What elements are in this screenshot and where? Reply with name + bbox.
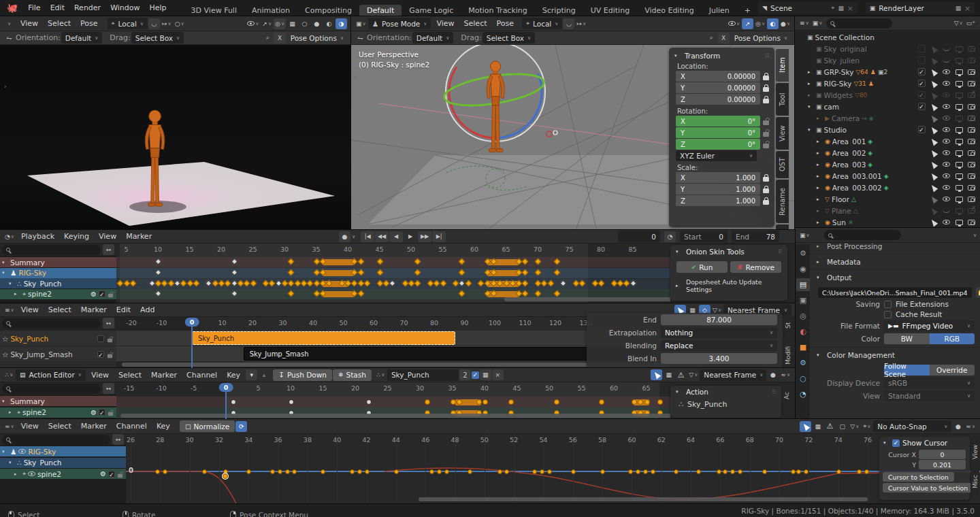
- hide-eye-icon[interactable]: [943, 162, 950, 167]
- graph-tab-misc[interactable]: Misc: [970, 468, 979, 495]
- outliner-row-area-001[interactable]: ▸◉Area_001◈: [795, 135, 980, 147]
- visibility-dropdown[interactable]: ∨: [246, 18, 260, 29]
- hide-eye-icon[interactable]: [943, 47, 950, 51]
- ruler-tick[interactable]: 45: [375, 246, 383, 253]
- ruler-tick[interactable]: 60: [610, 384, 618, 392]
- disclosure-icon[interactable]: ▸: [817, 208, 823, 214]
- shading-rendered[interactable]: ◑: [336, 18, 347, 29]
- ruler-tick[interactable]: 55: [577, 384, 585, 392]
- menu-render[interactable]: Render: [69, 3, 105, 13]
- current-frame-indicator[interactable]: 0: [185, 318, 199, 327]
- lock-icon[interactable]: [763, 76, 769, 80]
- lock-icon[interactable]: [763, 188, 769, 193]
- ruler-tick[interactable]: 100: [489, 319, 501, 327]
- keyframe[interactable]: [289, 399, 294, 405]
- tweak-mode-icon[interactable]: [800, 421, 811, 432]
- menu-view[interactable]: View: [94, 231, 121, 241]
- current-frame-indicator[interactable]: 0: [219, 383, 233, 392]
- curve-keyframe[interactable]: [571, 469, 576, 474]
- channel-lock-icon[interactable]: [108, 294, 113, 298]
- snap-dropdown[interactable]: Nearest Frame∨: [700, 369, 766, 381]
- hide-eye-icon[interactable]: [943, 220, 950, 224]
- ruler-tick[interactable]: 40: [480, 384, 489, 392]
- properties-tab-tool[interactable]: ⚙: [796, 247, 810, 260]
- outliner-row-area-003[interactable]: ▸◉Area_003◈: [795, 159, 980, 170]
- keyframe-selected[interactable]: [451, 399, 456, 405]
- channel-spine2[interactable]: ▸⌖spine2⚙✓: [0, 469, 126, 479]
- channel-search-input[interactable]: [2, 318, 101, 329]
- channel-eye-icon[interactable]: [28, 471, 35, 476]
- channel-sky-punch[interactable]: ▾∴Sky_Punch: [0, 278, 116, 288]
- transform-value-field-x[interactable]: X0.00000: [676, 71, 760, 82]
- drag-dots-icon[interactable]: ⠿: [765, 53, 769, 59]
- lock-icon[interactable]: [763, 87, 769, 92]
- outliner-row-widgets[interactable]: ▸▣Widgets▽80✓: [795, 89, 980, 101]
- gizmo-dropdown[interactable]: ↗∨: [261, 18, 273, 29]
- menu-keying[interactable]: Keying: [59, 231, 94, 241]
- transform-pivot-dropdown[interactable]: ⌖Local∨: [522, 18, 562, 29]
- curve-keyframe[interactable]: [155, 469, 160, 474]
- ruler-tick[interactable]: 30: [280, 246, 289, 253]
- editor-type-dropdown[interactable]: ▣∨: [798, 230, 811, 241]
- menu-channel[interactable]: Channel: [112, 421, 152, 431]
- selectable-icon[interactable]: [930, 183, 938, 192]
- pivot-dropdown[interactable]: ⌖∨: [861, 421, 872, 432]
- render-layer-selector[interactable]: ▣ RenderLayer ▦ ×: [866, 2, 975, 14]
- file-format-dropdown[interactable]: ▶▬FFmpeg Video∨: [884, 320, 975, 331]
- properties-tab-scene[interactable]: ◎: [796, 310, 810, 322]
- hide-eye-icon[interactable]: [943, 127, 950, 132]
- outliner-row-sky-julien[interactable]: ▣Sky_julien: [795, 54, 980, 66]
- disable-render-icon[interactable]: [968, 81, 975, 86]
- curve-keyframe[interactable]: [321, 469, 325, 474]
- properties-tab-render[interactable]: ◉: [796, 263, 810, 276]
- ruler-tick[interactable]: 50: [480, 436, 489, 444]
- lock-icon[interactable]: [763, 99, 769, 103]
- ruler-tick[interactable]: 20: [248, 319, 257, 327]
- unlock-icon[interactable]: [763, 120, 769, 125]
- workspace-tab-julien[interactable]: Julien: [702, 5, 737, 16]
- curve-keyframe[interactable]: [723, 469, 728, 474]
- action-scrollbar[interactable]: [120, 414, 670, 418]
- channel-lock-icon[interactable]: [108, 412, 113, 416]
- snap-toggle[interactable]: ◡: [563, 18, 574, 29]
- disable-render-icon[interactable]: [968, 127, 975, 133]
- gizmo-dropdown[interactable]: ↗: [742, 18, 753, 29]
- keyframe-selected[interactable]: [457, 399, 462, 405]
- workspace-tab-uv-editing[interactable]: UV Editing: [583, 5, 637, 16]
- cursor-to-selection-button[interactable]: Cursor to Selection: [883, 472, 954, 482]
- transform-rotation-field-z[interactable]: Z0°: [676, 139, 760, 150]
- disable-viewport-icon[interactable]: [956, 162, 963, 167]
- properties-tab-object[interactable]: ■: [796, 341, 810, 354]
- disclosure-icon[interactable]: ▸: [14, 471, 20, 477]
- ruler-tick[interactable]: 42: [363, 436, 371, 444]
- menu-marker[interactable]: Marker: [121, 231, 157, 241]
- ruler-tick[interactable]: 66: [716, 436, 724, 444]
- pin-icon[interactable]: ⌖: [831, 4, 834, 12]
- transform-pivot-dropdown[interactable]: ⌖Local∨: [108, 18, 148, 29]
- selectable-icon[interactable]: [930, 125, 938, 134]
- disclosure-icon[interactable]: ▾: [808, 127, 814, 133]
- hide-eye-icon[interactable]: [943, 81, 950, 86]
- channel-spine2[interactable]: ▸⌖spine2⚙✓: [0, 289, 116, 299]
- ruler-tick[interactable]: 45: [512, 384, 521, 392]
- editor-type-dropdown[interactable]: ◔∨: [3, 231, 16, 242]
- disclosure-icon[interactable]: ▸: [817, 220, 823, 225]
- ruler-tick[interactable]: 50: [545, 384, 553, 392]
- action-users-count[interactable]: 2: [459, 369, 471, 380]
- curve-keyframe[interactable]: [357, 469, 362, 474]
- outliner-row-sun[interactable]: ▸◉Sun☼: [795, 216, 980, 228]
- ruler-tick[interactable]: 20: [351, 384, 359, 392]
- pose-options-dropdown[interactable]: Pose Options∨: [730, 32, 791, 44]
- disclosure-icon[interactable]: ▾: [2, 399, 8, 404]
- ruler-tick[interactable]: 5: [256, 384, 260, 392]
- ruler-tick[interactable]: 65: [502, 246, 510, 253]
- display-device-dropdown[interactable]: sRGB∨: [884, 378, 975, 388]
- strip-end-field[interactable]: 87.000: [661, 314, 777, 325]
- disable-viewport-icon[interactable]: [956, 185, 963, 190]
- disclosure-icon[interactable]: ▸: [817, 173, 823, 179]
- current-frame-field[interactable]: 0: [618, 231, 660, 242]
- timeline-keyframe-area[interactable]: 510152025303540455055606570758085: [116, 244, 670, 303]
- workspace-tab-animation[interactable]: Animation: [244, 5, 297, 16]
- editor-type-dropdown[interactable]: ∨: [3, 18, 15, 29]
- interpolation-dropdown[interactable]: ≈∨: [779, 369, 791, 380]
